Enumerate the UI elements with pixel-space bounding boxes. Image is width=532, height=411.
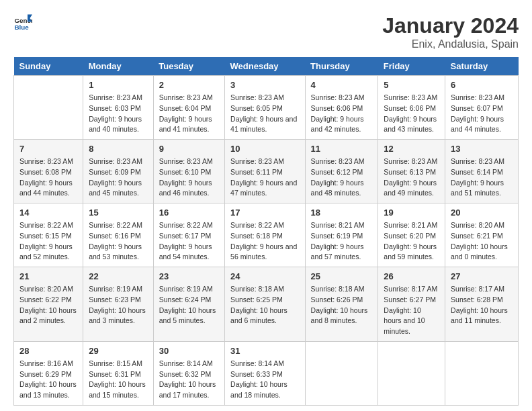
logo-icon: General Blue <box>13 13 32 32</box>
header-day-sunday: Sunday <box>14 57 83 76</box>
calendar-cell: 14Sunrise: 8:22 AMSunset: 6:15 PMDayligh… <box>14 203 83 267</box>
day-info: Sunrise: 8:23 AMSunset: 6:05 PMDaylight:… <box>230 93 300 135</box>
calendar-cell: 1Sunrise: 8:23 AMSunset: 6:03 PMDaylight… <box>83 76 154 140</box>
day-number: 11 <box>311 144 373 154</box>
day-number: 18 <box>311 208 373 218</box>
day-number: 28 <box>19 346 77 356</box>
header-day-monday: Monday <box>83 57 154 76</box>
day-info: Sunrise: 8:23 AMSunset: 6:06 PMDaylight:… <box>311 93 373 135</box>
calendar-cell: 6Sunrise: 8:23 AMSunset: 6:07 PMDaylight… <box>445 76 519 140</box>
calendar-cell: 28Sunrise: 8:16 AMSunset: 6:29 PMDayligh… <box>14 341 83 405</box>
day-info: Sunrise: 8:23 AMSunset: 6:10 PMDaylight:… <box>159 156 219 199</box>
calendar-cell <box>305 341 378 405</box>
calendar-cell: 4Sunrise: 8:23 AMSunset: 6:06 PMDaylight… <box>305 76 378 140</box>
calendar-week-4: 28Sunrise: 8:16 AMSunset: 6:29 PMDayligh… <box>14 341 519 405</box>
header-day-thursday: Thursday <box>305 57 378 76</box>
calendar-table: SundayMondayTuesdayWednesdayThursdayFrid… <box>13 57 519 406</box>
calendar-cell: 10Sunrise: 8:23 AMSunset: 6:11 PMDayligh… <box>225 140 306 203</box>
day-info: Sunrise: 8:23 AMSunset: 6:11 PMDaylight:… <box>230 156 300 199</box>
day-number: 1 <box>89 80 148 90</box>
day-number: 31 <box>230 346 300 356</box>
day-number: 3 <box>230 80 300 90</box>
calendar-cell: 25Sunrise: 8:18 AMSunset: 6:26 PMDayligh… <box>305 267 378 342</box>
day-info: Sunrise: 8:22 AMSunset: 6:16 PMDaylight:… <box>89 220 148 263</box>
calendar-header-row: SundayMondayTuesdayWednesdayThursdayFrid… <box>14 57 519 76</box>
header-day-tuesday: Tuesday <box>153 57 224 76</box>
calendar-cell: 13Sunrise: 8:23 AMSunset: 6:14 PMDayligh… <box>445 140 519 203</box>
day-info: Sunrise: 8:23 AMSunset: 6:09 PMDaylight:… <box>89 156 148 199</box>
day-number: 6 <box>451 80 513 90</box>
subtitle: Enix, Andalusia, Spain <box>382 38 519 50</box>
day-number: 19 <box>384 208 439 218</box>
day-number: 4 <box>311 80 373 90</box>
day-number: 25 <box>311 271 373 281</box>
day-info: Sunrise: 8:17 AMSunset: 6:28 PMDaylight:… <box>451 284 513 326</box>
day-number: 5 <box>384 80 439 90</box>
header-day-saturday: Saturday <box>445 57 519 76</box>
day-info: Sunrise: 8:18 AMSunset: 6:26 PMDaylight:… <box>311 284 373 326</box>
day-info: Sunrise: 8:23 AMSunset: 6:14 PMDaylight:… <box>451 156 513 199</box>
day-number: 22 <box>89 271 148 281</box>
calendar-cell: 20Sunrise: 8:20 AMSunset: 6:21 PMDayligh… <box>445 203 519 267</box>
day-info: Sunrise: 8:21 AMSunset: 6:20 PMDaylight:… <box>384 220 439 263</box>
day-number: 15 <box>89 208 148 218</box>
day-info: Sunrise: 8:19 AMSunset: 6:24 PMDaylight:… <box>159 284 219 326</box>
day-info: Sunrise: 8:23 AMSunset: 6:13 PMDaylight:… <box>384 156 439 199</box>
calendar-cell: 7Sunrise: 8:23 AMSunset: 6:08 PMDaylight… <box>14 140 83 203</box>
day-info: Sunrise: 8:23 AMSunset: 6:04 PMDaylight:… <box>159 93 219 135</box>
main-title: January 2024 <box>382 13 519 38</box>
logo: General Blue <box>13 13 32 32</box>
calendar-cell: 27Sunrise: 8:17 AMSunset: 6:28 PMDayligh… <box>445 267 519 342</box>
day-number: 14 <box>19 208 77 218</box>
calendar-cell: 11Sunrise: 8:23 AMSunset: 6:12 PMDayligh… <box>305 140 378 203</box>
calendar-cell: 5Sunrise: 8:23 AMSunset: 6:06 PMDaylight… <box>378 76 445 140</box>
day-number: 2 <box>159 80 219 90</box>
day-info: Sunrise: 8:23 AMSunset: 6:08 PMDaylight:… <box>19 156 77 199</box>
day-number: 8 <box>89 144 148 154</box>
calendar-cell: 24Sunrise: 8:18 AMSunset: 6:25 PMDayligh… <box>225 267 306 342</box>
day-number: 27 <box>451 271 513 281</box>
day-info: Sunrise: 8:14 AMSunset: 6:32 PMDaylight:… <box>159 359 219 401</box>
calendar-week-0: 1Sunrise: 8:23 AMSunset: 6:03 PMDaylight… <box>14 76 519 140</box>
day-number: 16 <box>159 208 219 218</box>
calendar-cell: 18Sunrise: 8:21 AMSunset: 6:19 PMDayligh… <box>305 203 378 267</box>
day-info: Sunrise: 8:14 AMSunset: 6:33 PMDaylight:… <box>230 359 300 401</box>
day-number: 13 <box>451 144 513 154</box>
day-number: 20 <box>451 208 513 218</box>
day-info: Sunrise: 8:17 AMSunset: 6:27 PMDaylight:… <box>384 284 439 337</box>
day-number: 12 <box>384 144 439 154</box>
day-info: Sunrise: 8:23 AMSunset: 6:12 PMDaylight:… <box>311 156 373 199</box>
header-day-wednesday: Wednesday <box>225 57 306 76</box>
calendar-cell: 31Sunrise: 8:14 AMSunset: 6:33 PMDayligh… <box>225 341 306 405</box>
day-info: Sunrise: 8:20 AMSunset: 6:21 PMDaylight:… <box>451 220 513 263</box>
day-number: 7 <box>19 144 77 154</box>
calendar-cell: 30Sunrise: 8:14 AMSunset: 6:32 PMDayligh… <box>153 341 224 405</box>
day-info: Sunrise: 8:23 AMSunset: 6:03 PMDaylight:… <box>89 93 148 135</box>
calendar-cell: 12Sunrise: 8:23 AMSunset: 6:13 PMDayligh… <box>378 140 445 203</box>
day-info: Sunrise: 8:20 AMSunset: 6:22 PMDaylight:… <box>19 284 77 326</box>
header-day-friday: Friday <box>378 57 445 76</box>
calendar-cell <box>14 76 83 140</box>
calendar-cell: 19Sunrise: 8:21 AMSunset: 6:20 PMDayligh… <box>378 203 445 267</box>
calendar-cell: 17Sunrise: 8:22 AMSunset: 6:18 PMDayligh… <box>225 203 306 267</box>
calendar-cell: 9Sunrise: 8:23 AMSunset: 6:10 PMDaylight… <box>153 140 224 203</box>
calendar-cell: 21Sunrise: 8:20 AMSunset: 6:22 PMDayligh… <box>14 267 83 342</box>
calendar-cell: 23Sunrise: 8:19 AMSunset: 6:24 PMDayligh… <box>153 267 224 342</box>
calendar-week-1: 7Sunrise: 8:23 AMSunset: 6:08 PMDaylight… <box>14 140 519 203</box>
day-info: Sunrise: 8:16 AMSunset: 6:29 PMDaylight:… <box>19 359 77 401</box>
page-header: General Blue January 2024 Enix, Andalusi… <box>13 13 519 50</box>
day-info: Sunrise: 8:22 AMSunset: 6:17 PMDaylight:… <box>159 220 219 263</box>
day-info: Sunrise: 8:22 AMSunset: 6:15 PMDaylight:… <box>19 220 77 263</box>
day-info: Sunrise: 8:19 AMSunset: 6:23 PMDaylight:… <box>89 284 148 326</box>
calendar-body: 1Sunrise: 8:23 AMSunset: 6:03 PMDaylight… <box>14 76 519 406</box>
day-number: 21 <box>19 271 77 281</box>
calendar-cell <box>378 341 445 405</box>
calendar-cell <box>445 341 519 405</box>
calendar-cell: 15Sunrise: 8:22 AMSunset: 6:16 PMDayligh… <box>83 203 154 267</box>
day-number: 26 <box>384 271 439 281</box>
svg-text:Blue: Blue <box>14 24 29 31</box>
calendar-cell: 16Sunrise: 8:22 AMSunset: 6:17 PMDayligh… <box>153 203 224 267</box>
calendar-week-2: 14Sunrise: 8:22 AMSunset: 6:15 PMDayligh… <box>14 203 519 267</box>
calendar-cell: 2Sunrise: 8:23 AMSunset: 6:04 PMDaylight… <box>153 76 224 140</box>
day-info: Sunrise: 8:22 AMSunset: 6:18 PMDaylight:… <box>230 220 300 263</box>
